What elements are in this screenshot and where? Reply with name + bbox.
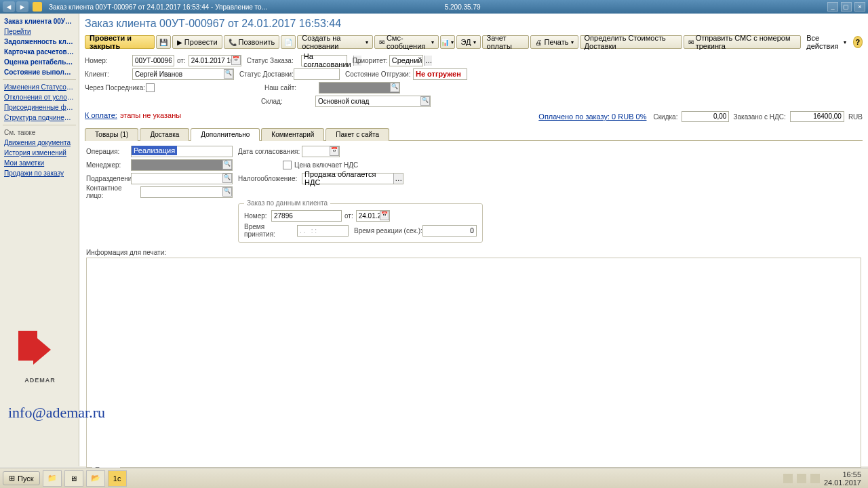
label-accept-time: Время принятия: [244,223,297,238]
tab-extra[interactable]: Дополнительно [191,128,260,141]
lookup-icon[interactable]: 🔍 [222,187,232,197]
sidebar-item[interactable]: Карточка расчетов с ... [0,47,79,57]
nav-back[interactable]: ◄ [3,1,15,12]
tab-site-pack[interactable]: Пакет с сайта [326,128,389,141]
label-from: от: [177,57,186,64]
contact-input[interactable] [140,186,233,198]
lookup-icon[interactable]: 🔍 [222,174,232,183]
order-status-select[interactable]: На согласовании… [301,55,347,66]
start-button[interactable]: ⊞ Пуск [3,471,40,485]
label-division: Подразделение: [86,175,131,182]
tab-strip: Товары (1) Доставка Дополнительно Коммен… [85,127,863,141]
print-textarea[interactable] [86,258,861,468]
accept-time-input[interactable] [297,225,349,237]
label-number: Номер: [85,57,132,64]
number-input[interactable] [132,55,174,66]
watermark-email: info@ademar.ru [8,404,105,422]
sidebar-item[interactable]: Задолженность клие... [0,37,79,47]
post-button[interactable]: ▶ Провести [172,35,222,49]
paid-link[interactable]: Оплачено по заказу: 0 RUB 0% [538,113,646,121]
sidebar-item[interactable]: Отклонения от условий пр... [0,92,79,102]
sidebar-item[interactable]: Присоединенные файлы [0,102,79,113]
label-warehouse: Склад: [261,98,315,105]
tray-icon[interactable] [783,474,793,483]
doc-icon-button[interactable]: 📄 [281,35,296,49]
label-agree-date: Дата согласования: [238,148,302,155]
del-status-input[interactable] [294,68,340,80]
print-button[interactable]: 🖨 Печать ▾ [530,35,578,49]
stages-warning: этапы не указаны [120,111,181,122]
tab-goods[interactable]: Товары (1) [85,128,138,141]
taskbar-app-3[interactable]: 📂 [86,470,105,487]
label-cnum: Номер: [244,212,271,220]
all-actions-button[interactable]: Все действия ▾ [802,35,850,49]
delivery-cost-button[interactable]: Определить Стоимость Доставки [580,35,682,49]
sidebar-item[interactable]: Перейти [0,26,79,37]
taskbar-app-1c[interactable]: 1c [108,470,127,487]
label-ship-state: Состояние Отгрузки: [345,70,413,78]
nav-fwd[interactable]: ► [16,1,28,12]
client-order-fieldset: Заказ по данным клиента Номер: от: 📅 Вре… [238,203,483,243]
calendar-icon[interactable]: 📅 [380,211,389,220]
windows-taskbar: ⊞ Пуск 📁 🖥 📂 1c 16:55 24.01.2017 [0,468,868,488]
taskbar-app-2[interactable]: 🖥 [64,470,83,487]
tab-delivery[interactable]: Доставка [140,128,189,141]
lookup-icon[interactable]: 🔍 [222,160,232,169]
sidebar-item[interactable]: Изменения Статусов Дос... [0,82,79,92]
lookup-icon[interactable]: 🔍 [420,96,430,106]
react-input[interactable] [422,225,477,237]
save-button[interactable]: 💾 [156,35,171,49]
calendar-icon[interactable]: 📅 [231,56,241,65]
label-discount: Скидка: [653,113,677,121]
window-close[interactable]: × [854,2,865,12]
taskbar-app-1[interactable]: 📁 [43,470,62,487]
sidebar-item[interactable]: Движения документа [0,138,79,148]
tax-select[interactable]: Продажа облагается НДС… [302,173,403,184]
sidebar-item[interactable]: Состояние выполнения [0,67,79,77]
tray-icon[interactable] [797,474,806,483]
label-via: Через Посредника: [85,84,146,92]
ship-state-display: Не отгружен [413,68,467,80]
post-and-close-button[interactable]: Провести и закрыть [85,35,155,49]
currency-label: RUB [848,113,863,121]
command-toolbar: Провести и закрыть 💾 ▶ Провести 📞 Позвон… [85,34,863,53]
offset-button[interactable]: Зачет оплаты [482,35,530,49]
label-order-status: Статус Заказа: [247,57,301,64]
priority-select[interactable]: Средний… [389,55,423,66]
tray-icon[interactable] [810,474,820,483]
tab-comment[interactable]: Комментарий [261,128,324,141]
sidebar-item[interactable]: История изменений [0,148,79,158]
sidebar-active[interactable]: Заказ клиента 00УТ-... [0,16,79,26]
report-button[interactable]: 📊▾ [440,35,455,49]
site-input[interactable] [319,82,400,94]
window-minimize[interactable]: _ [827,2,838,12]
lookup-icon[interactable]: 🔍 [224,69,233,79]
manager-input[interactable] [131,159,233,171]
sms-button[interactable]: ✉ Смс-сообщения ▾ [374,35,439,49]
call-button[interactable]: 📞 Позвонить [224,35,280,49]
price-vat-checkbox[interactable] [283,161,292,169]
send-tracking-button[interactable]: ✉ Отправить СМС с номером трекинга [684,35,802,49]
label-client: Клиент: [85,70,132,78]
sidebar-item[interactable]: Структура подчиненности [0,113,79,123]
window-restore[interactable]: ▢ [841,2,852,12]
favorite-icon[interactable] [33,2,42,12]
order-total-value: 16400,00 [790,111,844,122]
client-number-input[interactable] [271,210,342,222]
sidebar-item[interactable]: Продажи по заказу [0,168,79,178]
tray-date: 24.01.2017 [824,479,861,487]
operation-select[interactable]: Реализация [131,146,233,157]
to-pay-link[interactable]: К оплате: [85,111,117,122]
sidebar-item[interactable]: Оценка рентабельнос... [0,57,79,67]
division-input[interactable] [131,173,233,184]
via-checkbox[interactable] [146,83,155,92]
calendar-icon[interactable]: 📅 [330,146,339,156]
create-based-button[interactable]: Создать на основании ▾ [297,35,373,49]
lookup-icon[interactable]: 🔍 [390,83,399,92]
client-input[interactable] [132,68,234,80]
help-button[interactable]: ? [853,36,863,48]
ed-button[interactable]: ЭД ▾ [456,35,481,49]
warehouse-input[interactable] [315,96,431,107]
sidebar-item[interactable]: Мои заметки [0,158,79,168]
payment-line: К оплате: этапы не указаны Оплачено по з… [85,110,863,126]
